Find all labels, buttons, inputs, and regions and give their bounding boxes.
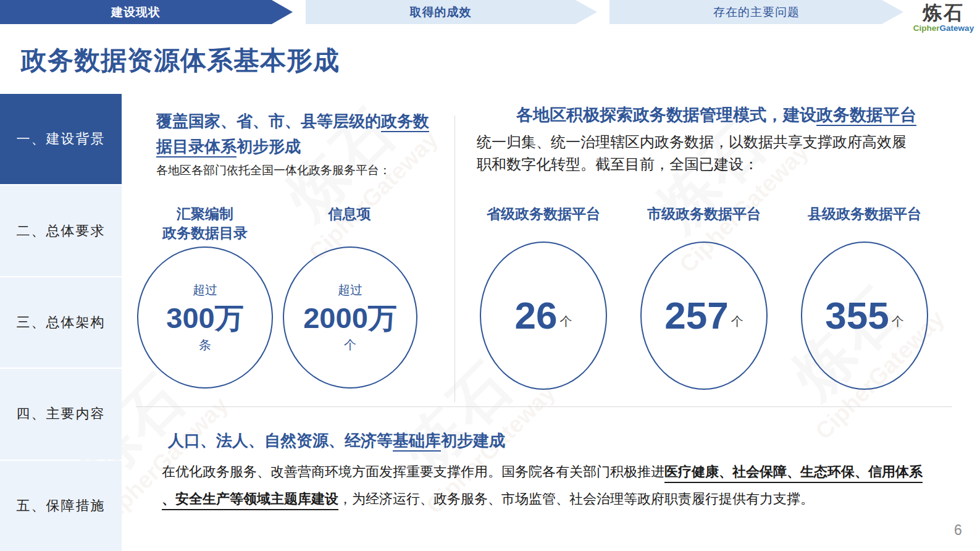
stat-value: 26 (515, 297, 558, 335)
bases-body-line2: 、安全生产等领域主题库建设，为经济运行、政务服务、市场监管、社会治理等政府职责履… (162, 486, 965, 513)
sidebar-item-safeguards[interactable]: 五、保障措施 (0, 461, 122, 551)
logo-subtitle: CipherGateway (913, 24, 974, 33)
page-title: 政务数据资源体系基本形成 (21, 43, 340, 78)
stat-unit: 个 (559, 313, 572, 330)
catalog-subtitle: 各地区各部门依托全国一体化政务服务平台： (156, 162, 391, 179)
stat-value: 300万 (166, 303, 243, 333)
sidebar-item-main-content[interactable]: 四、主要内容 (0, 369, 122, 459)
sidebar-item-requirements[interactable]: 二、总体要求 (0, 185, 122, 276)
cipher-gateway-logo: 炼石 CipherGateway (913, 3, 974, 33)
catalog-heading-line2: 据目录体系初步形成 (156, 134, 446, 159)
bases-heading: 人口、法人、自然资源、经济等基础库初步建成 (168, 430, 505, 452)
sidebar: 一、建设背景 二、总体要求 三、总体架构 四、主要内容 五、保障措施 (0, 94, 122, 551)
stat-number-row: 26 个 (515, 297, 572, 335)
stat-number-row: 257 个 (664, 297, 743, 335)
stat-unit: 个 (892, 313, 904, 330)
stat-circle-info-items: 超过 2000万 个 (283, 246, 417, 389)
stat-circle-province: 26 个 (480, 242, 607, 390)
stat-number-row: 355 个 (825, 297, 903, 335)
catalog-heading-line1: 覆盖国家、省、市、县等层级的政务数 (156, 109, 446, 134)
sidebar-item-architecture[interactable]: 三、总体架构 (0, 277, 122, 368)
stat-value: 2000万 (303, 303, 397, 333)
horizontal-divider (136, 406, 952, 407)
stat-prefix: 超过 (338, 282, 362, 298)
bases-body: 在优化政务服务、改善营商环境方面发挥重要支撑作用。国务院各有关部门积极推进医疗健… (162, 458, 965, 513)
catalog-heading: 覆盖国家、省、市、县等层级的政务数 据目录体系初步形成 (156, 109, 446, 159)
platforms-heading: 各地区积极探索政务数据管理模式，建设政务数据平台 (469, 104, 963, 126)
stat-circle-city: 257 个 (640, 242, 768, 390)
stat-circle-county: 355 个 (801, 242, 928, 390)
vertical-divider (454, 116, 455, 402)
logo-gateway: Gateway (940, 23, 974, 33)
slide: 炼石 CipherGateway 炼石 CipherGateway 炼石 Cip… (0, 0, 980, 551)
tab-construction-status[interactable]: 建设现状 (0, 0, 293, 24)
stat-prefix: 超过 (193, 282, 217, 298)
stat-unit: 个 (731, 313, 743, 330)
tab-main-problems[interactable]: 存在的主要问题 (609, 0, 903, 24)
logo-name: 炼石 (913, 3, 974, 22)
tab-achievements[interactable]: 取得的成效 (306, 0, 597, 24)
platform-label-county: 县级政务数据平台 (790, 204, 939, 224)
catalog-stat-label-info-items: 信息项 (284, 204, 415, 224)
stat-value: 257 (664, 297, 728, 335)
platform-label-province: 省级政务数据平台 (469, 204, 618, 224)
stat-circle-directory: 超过 300万 条 (137, 246, 273, 389)
logo-cipher: Cipher (913, 23, 940, 33)
platforms-body: 统一归集、统一治理辖区内政务数据，以数据共享支撑政府高效履职和数字化转型。截至目… (477, 131, 958, 175)
page-number: 6 (954, 522, 962, 539)
platform-label-city: 市级政务数据平台 (630, 204, 778, 224)
stat-unit: 个 (344, 337, 356, 353)
catalog-stat-label-directory: 汇聚编制政务数据目录 (140, 204, 270, 243)
stat-value: 355 (825, 297, 889, 335)
bases-body-line1: 在优化政务服务、改善营商环境方面发挥重要支撑作用。国务院各有关部门积极推进医疗健… (162, 458, 965, 486)
stat-unit: 条 (199, 337, 211, 353)
sidebar-item-background[interactable]: 一、建设背景 (0, 94, 122, 184)
